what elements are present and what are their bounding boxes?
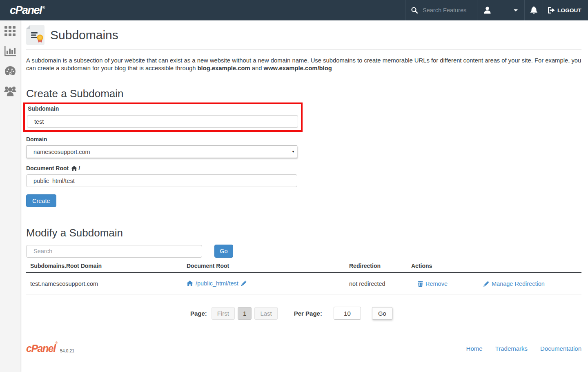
- top-navbar: cPanel® LOGOUT: [0, 0, 588, 20]
- subdomain-search-input[interactable]: [26, 245, 202, 258]
- modify-subdomain-heading: Modify a Subdomain: [26, 227, 581, 239]
- page-header: Subdomains: [26, 20, 581, 50]
- per-page-go-button[interactable]: Go: [372, 307, 392, 320]
- description-example-url: www.example.com/blog: [264, 65, 332, 71]
- manage-redirection-link[interactable]: Manage Redirection: [483, 281, 545, 287]
- subdomain-search-row: Go: [26, 245, 581, 258]
- edit-pencil-icon: [241, 281, 247, 286]
- subdomains-table: Subdomains.Root Domain Document Root Red…: [26, 262, 581, 294]
- user-icon: [484, 7, 491, 14]
- row-redirection-status: not redirected: [349, 281, 411, 287]
- footer-logo-text: cPanel: [26, 343, 56, 354]
- notifications-bell[interactable]: [524, 0, 543, 20]
- registered-mark: ®: [42, 6, 45, 10]
- docroot-label: Document Root /: [26, 165, 581, 172]
- page-description: A subdomain is a subsection of your webs…: [26, 57, 581, 72]
- footer-registered-mark: ®: [56, 341, 57, 354]
- search-icon: [411, 7, 418, 13]
- domain-select[interactable]: namescosupport.com ▼: [26, 145, 297, 158]
- row-subdomain-name: test.namescosupport.com: [26, 281, 187, 287]
- sidebar-item-home[interactable]: [4, 25, 16, 37]
- column-header-actions: Actions: [411, 263, 581, 269]
- logout-button[interactable]: LOGOUT: [543, 0, 588, 20]
- column-header-redirection: Redirection: [349, 263, 411, 269]
- bell-icon: [530, 6, 538, 14]
- docroot-label-text: Document Root: [26, 165, 69, 172]
- sidebar-item-user-manager[interactable]: [4, 85, 16, 97]
- remove-link[interactable]: Remove: [418, 281, 448, 287]
- table-header-row: Subdomains.Root Domain Document Root Red…: [26, 262, 581, 273]
- current-page-button[interactable]: 1: [238, 307, 252, 320]
- docroot-link-text: /public_html/test: [196, 280, 238, 287]
- manage-redirection-text: Manage Redirection: [492, 281, 545, 287]
- subdomain-field-highlight: Subdomain: [23, 102, 303, 132]
- docroot-link[interactable]: /public_html/test: [187, 280, 247, 287]
- create-subdomain-heading: Create a Subdomain: [26, 87, 581, 100]
- subdomain-label: Subdomain: [28, 105, 299, 113]
- page-title: Subdomains: [50, 28, 118, 42]
- logout-label: LOGOUT: [557, 7, 581, 13]
- description-text-and: and: [250, 65, 264, 71]
- subdomain-input[interactable]: [27, 115, 298, 128]
- logout-icon: [548, 7, 555, 13]
- feature-search: [405, 0, 477, 20]
- last-page-button[interactable]: Last: [254, 307, 277, 320]
- domain-selected-value: namescosupport.com: [33, 149, 90, 155]
- home-icon: [187, 281, 193, 286]
- metrics-gauge-icon: [4, 66, 16, 76]
- page-footer: cPanel® 54.0.21 Home Trademarks Document…: [26, 343, 581, 354]
- first-page-button[interactable]: First: [212, 307, 235, 320]
- cpanel-logo: cPanel®: [10, 0, 45, 20]
- home-icon: [71, 166, 77, 171]
- per-page-label: Per Page:: [294, 310, 322, 317]
- sidebar-item-statistics[interactable]: [4, 45, 16, 57]
- select-caret-icon: ▼: [290, 147, 296, 157]
- column-header-docroot: Document Root: [187, 263, 349, 269]
- cpanel-logo-text: cPanel: [10, 4, 42, 17]
- left-sidebar: [0, 20, 20, 372]
- page-label: Page:: [190, 310, 207, 317]
- footer-links: Home Trademarks Documentation: [466, 345, 581, 352]
- docroot-slash: /: [78, 165, 80, 172]
- version-number: 54.0.21: [60, 348, 74, 353]
- apps-grid-icon: [4, 26, 16, 37]
- per-page-input[interactable]: [334, 307, 361, 320]
- subdomains-document-icon: [26, 25, 45, 45]
- description-example-domain: blog.example.com: [198, 65, 250, 71]
- search-go-button[interactable]: Go: [214, 245, 233, 258]
- docroot-input[interactable]: [26, 174, 297, 187]
- docroot-field-group: Document Root /: [26, 165, 581, 187]
- user-manager-icon: [4, 86, 16, 96]
- page-button-group: First 1 Last: [212, 307, 278, 320]
- main-content: Subdomains A subdomain is a subsection o…: [20, 20, 588, 354]
- user-menu[interactable]: [477, 0, 524, 20]
- sidebar-item-metrics[interactable]: [4, 65, 16, 77]
- pagination-bar: Page: First 1 Last Per Page: Go: [190, 307, 581, 320]
- create-button[interactable]: Create: [26, 194, 56, 207]
- footer-link-trademarks[interactable]: Trademarks: [495, 345, 528, 352]
- table-row: test.namescosupport.com /public_html/tes…: [26, 273, 581, 294]
- search-features-input[interactable]: [422, 7, 475, 14]
- statistics-bars-icon: [4, 46, 16, 57]
- footer-cpanel-logo: cPanel®: [26, 343, 57, 354]
- footer-link-documentation[interactable]: Documentation: [540, 345, 581, 352]
- column-header-subdomain: Subdomains.Root Domain: [26, 263, 187, 269]
- edit-pencil-icon: [483, 281, 489, 287]
- domain-field-group: Domain namescosupport.com ▼: [26, 136, 581, 158]
- footer-link-home[interactable]: Home: [466, 345, 483, 352]
- row-actions: Remove Manage Redirection: [411, 281, 581, 287]
- domain-label: Domain: [26, 136, 581, 143]
- chevron-down-icon: [514, 9, 518, 11]
- remove-link-text: Remove: [425, 281, 448, 287]
- trash-icon: [418, 281, 423, 287]
